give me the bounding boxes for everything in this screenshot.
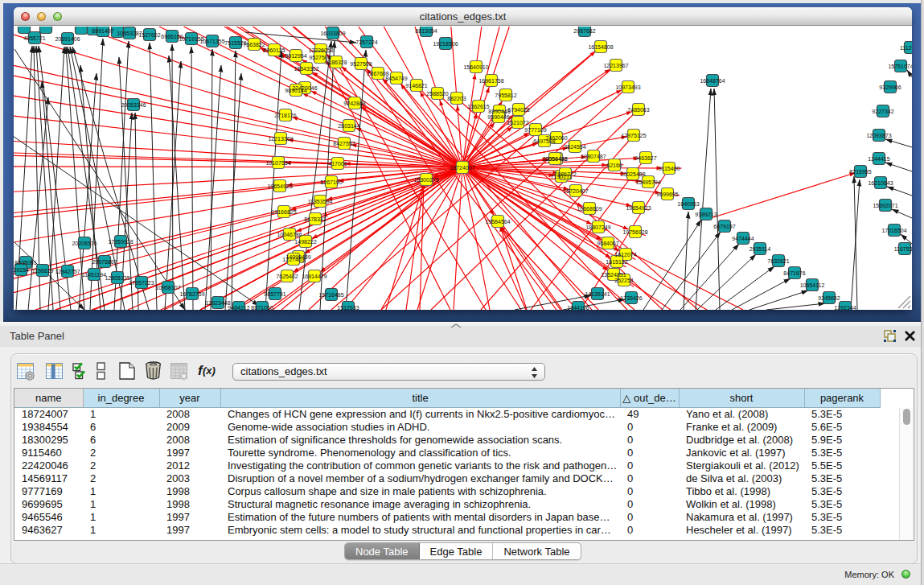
svg-text:16782759: 16782759 bbox=[179, 291, 204, 297]
svg-text:15495794: 15495794 bbox=[635, 179, 660, 185]
svg-text:1156819: 1156819 bbox=[32, 268, 54, 274]
svg-text:9389213: 9389213 bbox=[695, 212, 717, 217]
svg-text:10025488: 10025488 bbox=[620, 171, 645, 177]
svg-text:1512633: 1512633 bbox=[337, 305, 359, 310]
svg-text:2718176: 2718176 bbox=[274, 113, 296, 118]
svg-text:8267190: 8267190 bbox=[320, 179, 342, 185]
svg-text:1615132: 1615132 bbox=[606, 259, 627, 265]
svg-text:1498222: 1498222 bbox=[294, 239, 316, 245]
svg-text:9857791: 9857791 bbox=[264, 291, 285, 297]
svg-text:12093873: 12093873 bbox=[866, 133, 891, 138]
svg-text:15720407: 15720407 bbox=[563, 188, 588, 194]
svg-text:16154808: 16154808 bbox=[588, 44, 613, 50]
svg-text:29975867: 29975867 bbox=[92, 259, 117, 265]
svg-text:7485063: 7485063 bbox=[627, 107, 649, 113]
svg-text:10958107: 10958107 bbox=[155, 285, 180, 290]
svg-text:882203: 882203 bbox=[447, 96, 466, 101]
svg-text:8471676: 8471676 bbox=[783, 270, 805, 276]
svg-text:15300275: 15300275 bbox=[413, 177, 438, 183]
svg-text:18724007: 18724007 bbox=[450, 165, 474, 171]
svg-text:10654112: 10654112 bbox=[800, 282, 825, 288]
svg-text:19756928: 19756928 bbox=[622, 229, 647, 235]
svg-text:1244415: 1244415 bbox=[868, 156, 889, 162]
svg-text:9527508: 9527508 bbox=[350, 61, 372, 67]
svg-text:16033809: 16033809 bbox=[320, 31, 345, 36]
svg-text:8427552: 8427552 bbox=[333, 141, 355, 146]
svg-text:11353594: 11353594 bbox=[308, 199, 333, 204]
svg-text:18807249: 18807249 bbox=[585, 225, 610, 230]
svg-text:15751074: 15751074 bbox=[888, 64, 912, 69]
svg-text:20053346: 20053346 bbox=[121, 102, 146, 108]
svg-text:4055721: 4055721 bbox=[23, 35, 45, 41]
svg-text:1621072: 1621072 bbox=[507, 120, 528, 126]
svg-text:19584564: 19584564 bbox=[485, 219, 510, 225]
svg-text:252254: 252254 bbox=[614, 278, 633, 283]
svg-text:417006: 417006 bbox=[328, 161, 347, 167]
svg-text:6794028: 6794028 bbox=[507, 107, 529, 113]
svg-text:1612074: 1612074 bbox=[614, 252, 636, 257]
svg-text:12505135: 12505135 bbox=[105, 275, 129, 281]
svg-text:19218506: 19218506 bbox=[433, 41, 458, 47]
svg-text:6679197: 6679197 bbox=[713, 224, 735, 229]
svg-text:7955812: 7955812 bbox=[495, 93, 516, 98]
svg-text:8215955: 8215955 bbox=[849, 169, 871, 175]
svg-text:16914479: 16914479 bbox=[302, 274, 326, 279]
svg-text:1227403: 1227403 bbox=[282, 257, 304, 262]
svg-text:3824554: 3824554 bbox=[564, 144, 585, 150]
svg-text:16648764: 16648764 bbox=[700, 78, 725, 84]
svg-text:9590446: 9590446 bbox=[487, 114, 509, 120]
svg-text:16210643: 16210643 bbox=[868, 180, 893, 186]
svg-text:1944106: 1944106 bbox=[567, 305, 589, 310]
svg-text:(x): (x) bbox=[203, 365, 216, 377]
svg-text:10668609: 10668609 bbox=[577, 206, 602, 212]
svg-text:10671355: 10671355 bbox=[199, 39, 224, 44]
svg-text:2935114: 2935114 bbox=[749, 246, 771, 252]
svg-text:62160: 62160 bbox=[606, 163, 622, 168]
svg-text:16543362: 16543362 bbox=[294, 66, 318, 72]
svg-text:1167533: 1167533 bbox=[894, 246, 912, 252]
svg-text:9699695: 9699695 bbox=[656, 192, 678, 197]
svg-text:19654923: 19654923 bbox=[626, 205, 651, 211]
svg-text:9464212: 9464212 bbox=[228, 305, 249, 310]
svg-text:12975125: 12975125 bbox=[621, 133, 646, 138]
svg-text:8960125: 8960125 bbox=[263, 47, 285, 53]
svg-text:9474444: 9474444 bbox=[732, 236, 754, 241]
svg-text:17016504: 17016504 bbox=[881, 228, 906, 233]
svg-text:9329966: 9329966 bbox=[879, 84, 901, 90]
svg-text:9146821: 9146821 bbox=[405, 83, 427, 89]
svg-text:2087682: 2087682 bbox=[573, 28, 595, 34]
svg-text:10973493: 10973493 bbox=[615, 84, 640, 90]
svg-text:19166825: 19166825 bbox=[271, 209, 296, 215]
svg-text:20691406: 20691406 bbox=[55, 36, 80, 42]
svg-text:2588520: 2588520 bbox=[426, 91, 448, 97]
svg-text:8454749: 8454749 bbox=[385, 76, 407, 81]
svg-text:1640953: 1640953 bbox=[677, 201, 699, 207]
svg-text:39154: 39154 bbox=[14, 267, 29, 273]
svg-text:16961758: 16961758 bbox=[478, 78, 503, 84]
svg-text:1362615: 1362615 bbox=[467, 104, 489, 109]
svg-text:13524851: 13524851 bbox=[601, 272, 626, 278]
svg-text:8991407: 8991407 bbox=[92, 28, 113, 34]
svg-text:7986372: 7986372 bbox=[554, 171, 576, 177]
svg-text:8871050: 8871050 bbox=[251, 305, 273, 310]
svg-text:9115460: 9115460 bbox=[659, 166, 680, 171]
svg-text:9463627: 9463627 bbox=[634, 155, 656, 161]
svg-text:15716485: 15716485 bbox=[318, 292, 343, 298]
svg-text:10107554: 10107554 bbox=[265, 160, 290, 166]
svg-text:8912954: 8912954 bbox=[285, 53, 306, 59]
svg-text:7632621: 7632621 bbox=[767, 258, 789, 264]
svg-text:2803144: 2803144 bbox=[338, 123, 359, 129]
svg-text:20206576: 20206576 bbox=[72, 241, 97, 246]
svg-text:10807487: 10807487 bbox=[581, 154, 606, 159]
svg-text:9777109: 9777109 bbox=[524, 127, 546, 133]
svg-text:17359928: 17359928 bbox=[108, 239, 133, 245]
svg-text:9227342: 9227342 bbox=[872, 109, 893, 114]
svg-text:9242848: 9242848 bbox=[343, 101, 365, 106]
svg-text:8813054: 8813054 bbox=[415, 28, 437, 34]
svg-text:14136141: 14136141 bbox=[585, 291, 610, 297]
svg-text:1112505: 1112505 bbox=[900, 45, 912, 51]
svg-text:1292344: 1292344 bbox=[834, 305, 856, 310]
svg-text:12213967: 12213967 bbox=[603, 63, 628, 68]
svg-text:17957223: 17957223 bbox=[129, 280, 154, 286]
svg-text:13226058: 13226058 bbox=[308, 47, 333, 53]
